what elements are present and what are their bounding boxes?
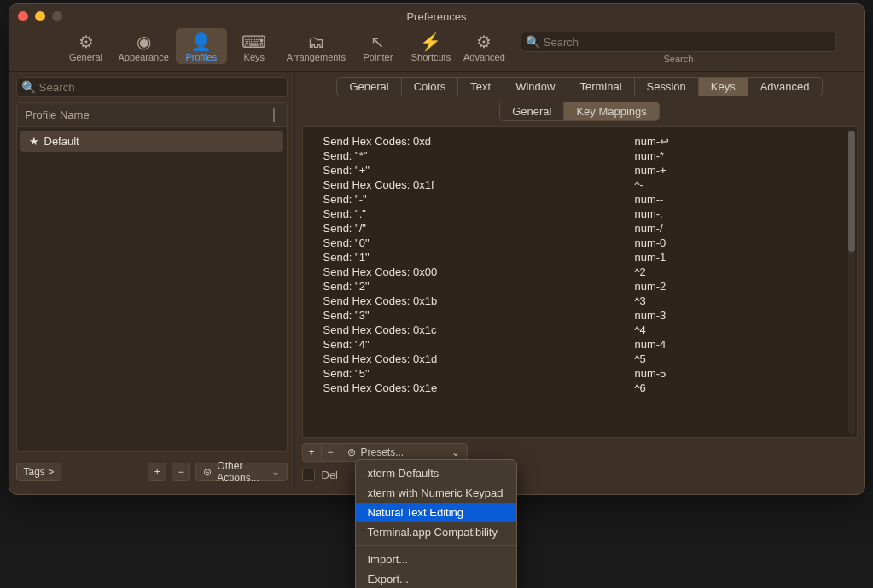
toolbar-item-advanced[interactable]: ⚙ Advanced	[458, 28, 510, 64]
profile-search-input[interactable]	[16, 77, 288, 97]
mapping-action: Send: "2"	[323, 280, 370, 293]
mapping-action: Send Hex Codes: 0x1f	[323, 178, 434, 191]
body: 🔍 Profile Name │ ★ Default Tags > + −	[9, 72, 864, 488]
mapping-shortcut: num-4	[635, 338, 840, 351]
remove-mapping-button[interactable]: −	[321, 443, 340, 462]
preset-item[interactable]: xterm with Numeric Keypad	[356, 483, 516, 503]
mapping-action: Send: "3"	[323, 309, 370, 322]
preset-item[interactable]: Natural Text Editing	[356, 503, 516, 522]
mapping-shortcut: num-.	[635, 207, 840, 220]
tab-window[interactable]: Window	[503, 77, 567, 96]
advanced-icon: ⚙	[476, 32, 492, 52]
mapping-shortcut: ^6	[635, 381, 840, 394]
toolbar-search: 🔍 Search	[521, 32, 836, 64]
mapping-row[interactable]: Send: "." num-.	[323, 207, 840, 221]
mapping-shortcut: num-/	[635, 222, 840, 235]
toolbar-item-profiles[interactable]: 👤 Profiles	[176, 28, 227, 64]
key-mappings-pane: Send Hex Codes: 0xd num-↩Send: "*" num-*…	[302, 126, 858, 438]
mapping-row[interactable]: Send: "+" num-+	[323, 163, 840, 178]
preset-item[interactable]: Export...	[356, 569, 516, 588]
popup-separator	[356, 545, 516, 546]
mapping-row[interactable]: Send Hex Codes: 0xd num-↩	[323, 134, 840, 148]
preset-item[interactable]: xterm Defaults	[356, 463, 516, 483]
toolbar: ⚙ General◉ Appearance👤 Profiles⌨ Keys🗂 A…	[9, 23, 864, 72]
mapping-shortcut: num-2	[635, 280, 840, 293]
column-divider: │	[271, 108, 277, 121]
presets-label: Presets...	[361, 446, 404, 458]
mapping-action: Send Hex Codes: 0x1e	[323, 381, 438, 394]
mapping-action: Send Hex Codes: 0x00	[323, 265, 438, 278]
tab-general[interactable]: General	[336, 77, 401, 96]
remove-profile-button[interactable]: −	[172, 463, 190, 481]
tab-colors[interactable]: Colors	[401, 77, 459, 96]
mapping-row[interactable]: Send Hex Codes: 0x1b ^3	[323, 294, 840, 308]
mapping-shortcut: num-1	[635, 251, 840, 264]
subtab-general[interactable]: General	[499, 102, 564, 121]
mapping-action: Send Hex Codes: 0x1b	[323, 294, 438, 307]
mapping-action: Send: "-"	[323, 193, 367, 206]
mapping-row[interactable]: Send: "1" num-1	[323, 250, 840, 265]
tags-button[interactable]: Tags >	[16, 463, 62, 481]
toolbar-item-arrangements[interactable]: 🗂 Arrangements	[282, 28, 351, 64]
toolbar-item-appearance[interactable]: ◉ Appearance	[113, 28, 174, 64]
toolbar-label: Pointer	[363, 52, 393, 62]
profile-list-header[interactable]: Profile Name │	[17, 103, 287, 127]
preferences-window: Preferences ⚙ General◉ Appearance👤 Profi…	[9, 3, 865, 495]
toolbar-label: Advanced	[463, 52, 505, 62]
profile-name-column: Profile Name	[26, 108, 90, 121]
toolbar-label: Shortcuts	[411, 52, 451, 62]
mapping-row[interactable]: Send: "5" num-5	[323, 366, 840, 381]
mapping-row[interactable]: Send Hex Codes: 0x1d ^5	[323, 352, 840, 366]
toolbar-item-general[interactable]: ⚙ General	[61, 28, 112, 64]
add-profile-button[interactable]: +	[148, 463, 166, 481]
toolbar-item-pointer[interactable]: ↖ Pointer	[352, 28, 404, 64]
mapping-row[interactable]: Send: "*" num-*	[323, 148, 840, 163]
toolbar-label: Keys	[244, 52, 265, 62]
mapping-action: Send: "1"	[323, 251, 370, 264]
mapping-row[interactable]: Send Hex Codes: 0x1f ^-	[323, 178, 840, 192]
tab-advanced[interactable]: Advanced	[748, 77, 823, 96]
profile-row[interactable]: ★ Default	[20, 131, 283, 152]
mapping-row[interactable]: Send: "/" num-/	[323, 221, 840, 236]
mapping-action: Send: "0"	[323, 236, 370, 249]
scrollbar-thumb[interactable]	[848, 131, 855, 252]
mapping-row[interactable]: Send Hex Codes: 0x00 ^2	[323, 265, 840, 279]
mapping-row[interactable]: Send: "2" num-2	[323, 279, 840, 294]
mapping-shortcut: num-↩	[635, 135, 840, 148]
window-title: Preferences	[9, 10, 864, 23]
mapping-row[interactable]: Send: "3" num-3	[323, 308, 840, 323]
search-icon: 🔍	[526, 35, 540, 49]
sidebar-search: 🔍	[16, 77, 288, 97]
mapping-row[interactable]: Send: "0" num-0	[323, 236, 840, 250]
titlebar: Preferences	[9, 4, 864, 23]
chevron-down-icon: ⌄	[451, 446, 460, 458]
tab-text[interactable]: Text	[457, 77, 503, 96]
mapping-row[interactable]: Send Hex Codes: 0x1e ^6	[323, 381, 840, 395]
preset-item[interactable]: Import...	[356, 550, 516, 569]
mapping-row[interactable]: Send Hex Codes: 0x1c ^4	[323, 323, 840, 337]
sidebar: 🔍 Profile Name │ ★ Default Tags > + −	[9, 72, 295, 488]
other-actions-dropdown[interactable]: ⊝ Other Actions... ⌄	[195, 463, 287, 481]
tab-terminal[interactable]: Terminal	[567, 77, 634, 96]
preset-item[interactable]: Terminal.app Compatibility	[356, 522, 516, 542]
toolbar-label: General	[69, 52, 102, 62]
toolbar-search-input[interactable]	[521, 32, 836, 52]
profile-list: Profile Name │ ★ Default	[16, 102, 288, 452]
mapping-shortcut: ^4	[635, 323, 840, 336]
delete-sends-checkbox[interactable]	[302, 469, 315, 481]
mapping-row[interactable]: Send: "-" num--	[323, 192, 840, 207]
scrollbar-track[interactable]	[848, 131, 855, 434]
arrangements-icon: 🗂	[307, 32, 324, 52]
other-actions-label: Other Actions...	[217, 460, 265, 484]
tab-session[interactable]: Session	[634, 77, 699, 96]
mapping-row[interactable]: Send: "4" num-4	[323, 337, 840, 352]
toolbar-item-shortcuts[interactable]: ⚡ Shortcuts	[405, 28, 457, 64]
toolbar-item-keys[interactable]: ⌨ Keys	[229, 28, 280, 64]
add-mapping-button[interactable]: +	[302, 443, 321, 462]
subtab-key-mappings[interactable]: Key Mappings	[563, 102, 659, 121]
mapping-shortcut: num-5	[635, 367, 840, 380]
tab-keys[interactable]: Keys	[698, 77, 748, 96]
search-icon: 🔍	[21, 80, 36, 94]
toolbar-label: Profiles	[185, 52, 217, 62]
chevron-down-icon: ⌄	[271, 466, 280, 478]
